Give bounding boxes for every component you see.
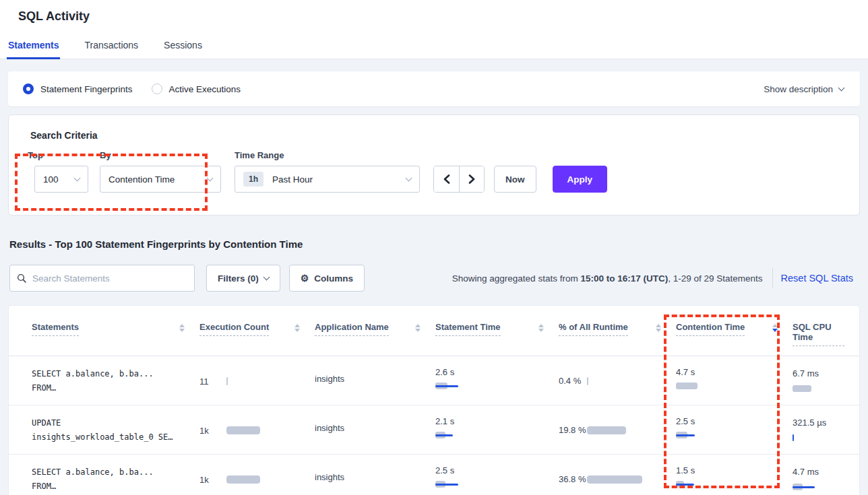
bar-chart: [226, 426, 301, 435]
statements-table: Statements Execution Count Application N…: [8, 305, 860, 495]
page-title: SQL Activity: [0, 8, 868, 36]
chevron-right-icon: [468, 174, 476, 184]
top-select[interactable]: 100: [34, 166, 88, 193]
radio-label: Statement Fingerprints: [40, 84, 133, 94]
execution-count-cell: 11: [199, 356, 315, 405]
radio-selected-icon[interactable]: [23, 84, 34, 94]
sort-icon[interactable]: [294, 324, 300, 332]
chevron-down-icon: [74, 174, 81, 181]
sort-icon[interactable]: [179, 324, 185, 332]
results-heading: Results - Top 100 Statement Fingerprints…: [9, 238, 868, 250]
tab-statements[interactable]: Statements: [7, 36, 60, 59]
chevron-down-icon: [263, 273, 270, 280]
time-range-value: Past Hour: [272, 174, 313, 185]
chevron-down-icon: [838, 84, 845, 91]
chevron-down-icon: [207, 174, 214, 181]
application-name-cell: insights: [315, 405, 435, 454]
table-header-row: Statements Execution Count Application N…: [9, 306, 859, 356]
sort-icon[interactable]: [656, 324, 661, 332]
bar-chart: [587, 475, 664, 484]
statement-time-cell: 2.1 s: [435, 405, 559, 454]
sort-icon[interactable]: [415, 324, 421, 332]
radio-statement-fingerprints[interactable]: Statement Fingerprints: [23, 84, 133, 94]
by-label: By: [100, 150, 221, 160]
by-select[interactable]: Contention Time: [100, 166, 221, 193]
radio-unselected-icon[interactable]: [152, 84, 162, 94]
bar-chart: [676, 382, 750, 391]
chevron-down-icon: [406, 174, 412, 181]
bar-chart: [435, 431, 509, 440]
contention-time-cell: 1.5 s: [676, 455, 793, 495]
statement-link[interactable]: SELECT a.balance, b.ba... FROM…: [32, 356, 199, 405]
statement-link[interactable]: UPDATE insights_workload_table_0 SE…: [32, 405, 199, 454]
column-header-statement-time[interactable]: Statement Time: [435, 306, 559, 356]
bar-chart: [793, 483, 867, 492]
apply-button[interactable]: Apply: [553, 166, 608, 193]
gear-icon: ⚙: [301, 273, 309, 283]
column-header-contention-time[interactable]: Contention Time: [676, 306, 793, 356]
column-header-sql-cpu-time[interactable]: SQL CPU Time: [793, 306, 859, 356]
column-header-runtime-pct[interactable]: % of All Runtime: [559, 306, 676, 356]
bar-chart: [793, 385, 867, 393]
bar-chart: [676, 480, 750, 489]
contention-time-cell: 4.7 s: [676, 356, 793, 405]
contention-time-cell: 2.5 s: [676, 405, 793, 454]
tab-transactions[interactable]: Transactions: [83, 36, 140, 59]
tab-sessions[interactable]: Sessions: [162, 36, 204, 59]
statement-link[interactable]: SELECT a.balance, b.ba... FROM…: [32, 455, 199, 495]
bar-chart: [226, 377, 301, 386]
table-row: SELECT a.balance, b.ba... FROM… 11 insig…: [9, 356, 859, 405]
table-row: UPDATE insights_workload_table_0 SE… 1k …: [9, 405, 859, 455]
bar-chart: [676, 431, 750, 440]
next-time-button[interactable]: [459, 166, 484, 192]
filters-label: Filters (0): [218, 273, 259, 284]
sort-icon[interactable]: [772, 324, 778, 332]
view-toggle-bar: Statement Fingerprints Active Executions…: [8, 71, 860, 106]
table-row: SELECT a.balance, b.ba... FROM… 1k insig…: [9, 455, 859, 495]
time-range-select[interactable]: 1h Past Hour: [235, 166, 420, 193]
results-toolbar: Filters (0) ⚙ Columns Showing aggregated…: [9, 265, 860, 292]
sql-cpu-time-cell: 4.7 ms: [793, 455, 868, 495]
runtime-pct-cell: 19.8 %: [559, 405, 676, 454]
page-header: SQL Activity Statements Transactions Ses…: [0, 0, 868, 59]
runtime-pct-cell: 36.8 %: [559, 455, 676, 495]
reset-sql-stats-link[interactable]: Reset SQL Stats: [781, 273, 860, 284]
radio-active-executions[interactable]: Active Executions: [152, 84, 241, 94]
stats-time-range: 15:00 to 16:17 (UTC): [580, 273, 668, 284]
bar-chart: [435, 480, 509, 489]
top-field: Top 100: [28, 150, 88, 193]
execution-count-cell: 1k: [199, 405, 315, 454]
time-range-label: Time Range: [235, 150, 420, 160]
tab-bar: Statements Transactions Sessions: [0, 36, 868, 59]
columns-button[interactable]: ⚙ Columns: [289, 265, 365, 292]
radio-label: Active Executions: [169, 84, 241, 94]
sql-cpu-time-cell: 6.7 ms: [793, 356, 868, 405]
application-name-cell: insights: [315, 356, 435, 405]
filters-button[interactable]: Filters (0): [206, 265, 280, 292]
sql-cpu-time-cell: 321.5 µs: [793, 405, 868, 454]
divider: [772, 268, 773, 288]
search-statements-input[interactable]: [32, 273, 187, 284]
search-statements-box[interactable]: [9, 265, 195, 292]
bar-chart: [793, 434, 867, 442]
time-range-badge: 1h: [243, 172, 264, 187]
columns-label: Columns: [314, 273, 353, 284]
chevron-left-icon: [443, 174, 451, 184]
column-header-execution-count[interactable]: Execution Count: [199, 306, 315, 356]
column-header-application-name[interactable]: Application Name: [315, 306, 435, 356]
search-criteria-title: Search Criteria: [30, 130, 846, 141]
statement-time-cell: 2.6 s: [435, 356, 559, 405]
by-field: By Contention Time: [100, 150, 221, 193]
runtime-pct-cell: 0.4 %: [559, 356, 676, 405]
prev-time-button[interactable]: [434, 166, 459, 192]
top-select-value: 100: [43, 174, 59, 185]
show-description-toggle[interactable]: Show description: [764, 84, 844, 94]
bar-chart: [435, 382, 509, 391]
bar-chart: [226, 475, 301, 484]
column-header-statements[interactable]: Statements: [32, 306, 199, 356]
search-icon: [17, 273, 26, 283]
bar-chart: [587, 377, 664, 386]
sort-icon[interactable]: [538, 324, 544, 332]
now-button[interactable]: Now: [494, 166, 536, 193]
aggregated-stats-text: Showing aggregated stats from 15:00 to 1…: [452, 273, 763, 284]
